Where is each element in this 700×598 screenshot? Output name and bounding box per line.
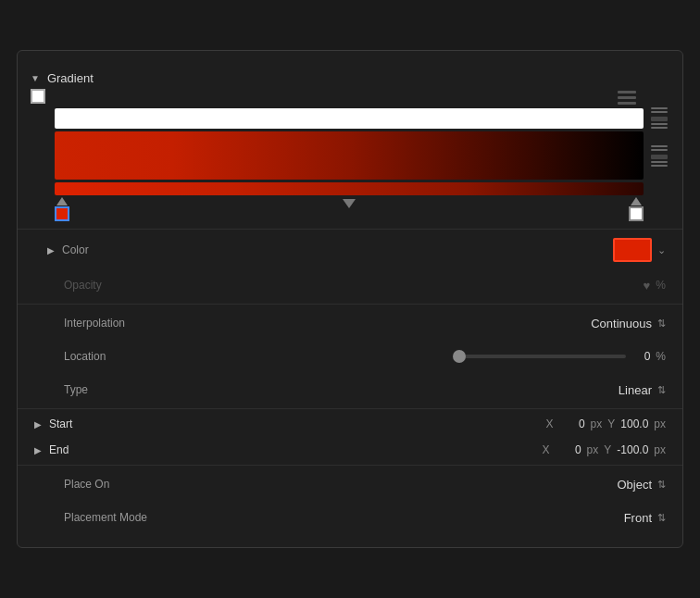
start-row: ▶ Start X 0 px Y 100.0 px: [18, 411, 682, 437]
white-stop-handle[interactable]: [31, 89, 45, 104]
end-y-axis: Y: [604, 443, 611, 456]
red-black-gradient-bar: [55, 131, 644, 180]
location-slider-group: 0 %: [184, 350, 666, 363]
place-on-value-group: Object ⇅: [184, 478, 666, 492]
place-on-row: Place On Object ⇅: [18, 467, 682, 501]
start-y-unit: px: [654, 417, 666, 430]
placement-mode-row: Placement Mode Front ⇅: [18, 501, 682, 534]
end-coords: X 0 px Y -100.0 px: [105, 443, 666, 456]
type-text: Linear: [619, 383, 652, 397]
place-on-label: Place On: [64, 478, 184, 491]
location-slider-thumb[interactable]: [453, 350, 466, 363]
start-expand-icon[interactable]: ▶: [34, 419, 42, 430]
place-on-chevron-icon[interactable]: ⇅: [657, 479, 666, 491]
end-expand-icon[interactable]: ▶: [34, 445, 42, 455]
color-row: ▶ Color ⌄: [18, 231, 682, 268]
opacity-percent: %: [656, 279, 666, 292]
placement-mode-chevron-icon[interactable]: ⇅: [657, 512, 666, 524]
color-value-group: ⌄: [182, 238, 666, 262]
red-strip-bar: [55, 182, 644, 195]
stack-buttons-right-2[interactable]: [649, 145, 669, 167]
color-label: Color: [62, 243, 182, 256]
end-row: ▶ End X 0 px Y -100.0 px: [18, 437, 682, 463]
red-stop-handle[interactable]: [55, 197, 69, 221]
start-coords: X 0 px Y 100.0 px: [105, 417, 666, 430]
start-x-unit: px: [591, 417, 603, 430]
heart-icon: ♥: [644, 279, 651, 293]
end-label: End: [49, 443, 105, 456]
white-gradient-bar: [55, 108, 644, 129]
start-x-axis: X: [546, 417, 554, 430]
gradient-panel: ▼ Gradient: [17, 50, 683, 548]
location-label: Location: [64, 350, 184, 363]
type-row: Type Linear ⇅: [18, 373, 682, 406]
interpolation-row: Interpolation Continuous ⇅: [18, 306, 682, 340]
opacity-value-group: ♥ %: [184, 279, 666, 293]
end-x-unit: px: [587, 443, 599, 456]
stack-icon-top: [618, 91, 636, 105]
interpolation-label: Interpolation: [64, 317, 184, 330]
opacity-label: Opacity: [64, 279, 184, 292]
color-expand-triangle[interactable]: ▶: [47, 245, 55, 255]
end-y-value: -100.0: [617, 443, 648, 456]
location-slider-track[interactable]: [459, 355, 626, 358]
placement-mode-value-group: Front ⇅: [184, 511, 666, 525]
location-value: 0: [631, 350, 650, 363]
color-chevron-icon[interactable]: ⌄: [657, 244, 666, 256]
end-y-unit: px: [654, 443, 666, 456]
type-value-group: Linear ⇅: [184, 383, 666, 397]
gradient-header: ▼ Gradient: [18, 64, 682, 93]
place-on-text: Object: [617, 478, 652, 492]
panel-title: Gradient: [47, 71, 94, 85]
location-unit: %: [656, 350, 666, 363]
stack-buttons-right-1[interactable]: [649, 107, 669, 129]
placement-mode-label: Placement Mode: [64, 511, 184, 524]
placement-mode-text: Front: [624, 511, 652, 525]
interpolation-value: Continuous ⇅: [184, 317, 666, 330]
color-swatch[interactable]: [613, 238, 652, 262]
end-x-axis: X: [543, 443, 550, 456]
white-stop-handle-right[interactable]: [629, 197, 644, 221]
start-y-axis: Y: [607, 417, 615, 430]
type-label: Type: [64, 383, 184, 396]
start-x-value: 0: [559, 417, 585, 430]
interpolation-text: Continuous: [591, 317, 652, 330]
opacity-row: Opacity ♥ %: [18, 268, 682, 302]
start-label: Start: [49, 417, 105, 430]
interpolation-chevron-icon[interactable]: ⇅: [657, 318, 666, 330]
start-y-value: 100.0: [620, 417, 648, 430]
center-stop-handle[interactable]: [343, 199, 356, 208]
end-x-value: 0: [556, 443, 581, 456]
type-chevron-icon[interactable]: ⇅: [657, 384, 666, 396]
location-row: Location 0 %: [18, 340, 682, 373]
collapse-triangle-icon[interactable]: ▼: [31, 73, 40, 83]
